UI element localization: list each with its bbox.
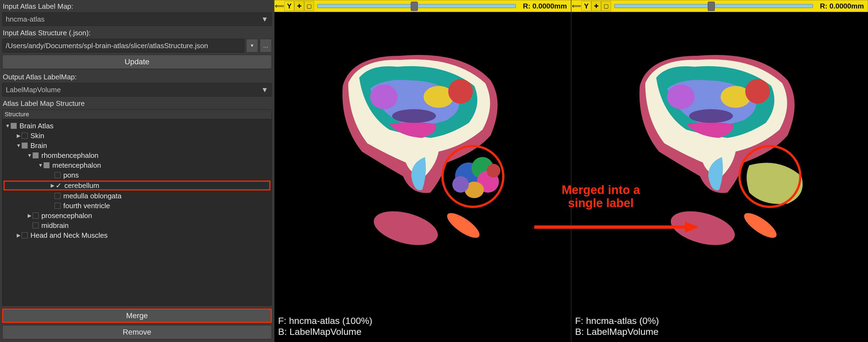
checkbox-icon[interactable] bbox=[55, 193, 61, 199]
checkbox-icon[interactable] bbox=[22, 142, 28, 148]
slice-toolbar-left: ⟸ Y ✚ ▢ R: 0.0000mm bbox=[274, 0, 571, 12]
output-atlas-labelmap-select[interactable]: LabelMapVolume ▼ bbox=[2, 83, 272, 97]
crosshair-icon[interactable]: ✚ bbox=[591, 1, 601, 11]
merge-button[interactable]: Merge bbox=[2, 309, 272, 323]
tree-node-rhombencephalon[interactable]: ▼rhombencephalon bbox=[4, 150, 271, 160]
remove-button[interactable]: Remove bbox=[2, 325, 272, 339]
slice-offset-slider[interactable] bbox=[317, 3, 516, 9]
input-atlas-labelmap-value: hncma-atlas bbox=[2, 15, 48, 24]
browse-button[interactable]: ... bbox=[260, 39, 272, 53]
tree-column-header: Structure bbox=[2, 110, 272, 119]
svg-marker-21 bbox=[685, 221, 699, 233]
tree-node-cerebellum[interactable]: ▶✓cerebellum bbox=[4, 180, 271, 191]
slice-overlay-right: F: hncma-atlas (0%) B: LabelMapVolume bbox=[575, 315, 659, 337]
slice-overlay-left: F: hncma-atlas (100%) B: LabelMapVolume bbox=[278, 315, 372, 337]
checkbox-icon[interactable] bbox=[33, 152, 39, 159]
expand-icon: ▼ bbox=[5, 123, 11, 129]
checkbox-icon[interactable] bbox=[33, 223, 39, 229]
label-tree-section: Atlas Label Map Structure bbox=[0, 97, 274, 109]
update-button[interactable]: Update bbox=[2, 55, 272, 69]
chevron-down-icon: ▼ bbox=[258, 86, 272, 94]
pin-icon[interactable]: ⟸ bbox=[275, 1, 284, 11]
svg-point-1 bbox=[392, 109, 436, 123]
tree-node-fourth-ventricle[interactable]: ▶fourth ventricle bbox=[4, 201, 271, 211]
label-input-atlas-map: Input Atlas Label Map: bbox=[0, 0, 274, 12]
slice-view-right: ⟸ Y ✚ ▢ R: 0.0000mm bbox=[571, 0, 868, 342]
history-dropdown-button[interactable]: ▼ bbox=[246, 39, 258, 53]
expand-icon: ▶ bbox=[50, 182, 56, 189]
slice-view-left: ⟸ Y ✚ ▢ R: 0.0000mm bbox=[274, 0, 571, 342]
output-atlas-labelmap-value: LabelMapVolume bbox=[2, 86, 64, 94]
slider-thumb[interactable] bbox=[411, 2, 418, 11]
tree-node-prosencephalon[interactable]: ▶prosencephalon bbox=[4, 211, 271, 220]
slice-offset-slider[interactable] bbox=[614, 3, 813, 9]
chevron-down-icon: ▼ bbox=[258, 15, 272, 24]
checkbox-icon[interactable] bbox=[43, 162, 50, 168]
expand-icon: ▶ bbox=[16, 232, 22, 238]
slice-toolbar-right: ⟸ Y ✚ ▢ R: 0.0000mm bbox=[571, 0, 868, 12]
svg-point-14 bbox=[689, 109, 733, 123]
tree-node-metencephalon[interactable]: ▼metencephalon bbox=[4, 160, 271, 170]
tree-node-midbrain[interactable]: ▶midbrain bbox=[4, 220, 271, 230]
brain-atlas-image-right bbox=[571, 12, 868, 342]
slider-thumb[interactable] bbox=[708, 2, 715, 11]
checkbox-icon[interactable] bbox=[55, 172, 61, 178]
tree-node-brain[interactable]: ▼Brain bbox=[4, 141, 271, 150]
expand-icon: ▼ bbox=[27, 153, 33, 159]
expand-icon: ▼ bbox=[16, 143, 22, 148]
annotation-circle-left bbox=[441, 145, 504, 208]
expand-icon: ▼ bbox=[37, 163, 43, 168]
input-atlas-structure-value: /Users/andy/Documents/spl-brain-atlas/sl… bbox=[2, 42, 211, 50]
checkbox-icon[interactable] bbox=[55, 203, 61, 209]
tree-node-medulla-oblongata[interactable]: ▶medulla oblongata bbox=[4, 191, 271, 201]
annotation-circle-right bbox=[738, 145, 801, 208]
input-atlas-structure-path[interactable]: /Users/andy/Documents/spl-brain-atlas/sl… bbox=[2, 39, 244, 53]
chevron-down-icon: ▼ bbox=[250, 43, 254, 48]
background-label: B: LabelMapVolume bbox=[575, 326, 659, 337]
structure-tree[interactable]: ▼Brain Atlas ▶Skin ▼Brain ▼rhombencephal… bbox=[2, 119, 272, 306]
pin-icon[interactable]: ⟸ bbox=[571, 1, 581, 11]
slice-offset-value: R: 0.0000mm bbox=[519, 2, 571, 10]
checkbox-icon[interactable] bbox=[33, 213, 39, 218]
expand-icon: ▶ bbox=[27, 213, 33, 218]
maximize-icon[interactable]: ▢ bbox=[304, 1, 314, 11]
checkbox-icon[interactable] bbox=[22, 232, 28, 238]
orientation-y-button[interactable]: Y bbox=[284, 1, 294, 11]
background-label: B: LabelMapVolume bbox=[278, 326, 372, 337]
annotation-text: Merged into a single label bbox=[562, 183, 640, 210]
svg-point-16 bbox=[745, 79, 770, 104]
orientation-y-button[interactable]: Y bbox=[581, 1, 591, 11]
tree-node-head-neck-muscles[interactable]: ▶Head and Neck Muscles bbox=[4, 230, 271, 240]
slice-offset-value: R: 0.0000mm bbox=[816, 2, 868, 10]
checkbox-icon[interactable] bbox=[11, 123, 17, 129]
brain-atlas-image-left bbox=[274, 12, 571, 342]
tree-node-pons[interactable]: ▶pons bbox=[4, 170, 271, 180]
check-icon: ✓ bbox=[56, 181, 62, 190]
annotation-arrow-icon bbox=[531, 216, 702, 238]
checkbox-icon[interactable] bbox=[22, 133, 28, 139]
foreground-label: F: hncma-atlas (0%) bbox=[575, 315, 659, 326]
expand-icon: ▶ bbox=[16, 133, 22, 139]
input-atlas-labelmap-select[interactable]: hncma-atlas ▼ bbox=[2, 12, 272, 26]
label-input-atlas-structure: Input Atlas Structure (.json): bbox=[0, 27, 274, 38]
atlas-panel: Input Atlas Label Map: hncma-atlas ▼ Inp… bbox=[0, 0, 274, 342]
svg-point-17 bbox=[667, 84, 694, 109]
crosshair-icon[interactable]: ✚ bbox=[294, 1, 304, 11]
tree-node-skin[interactable]: ▶Skin bbox=[4, 131, 271, 141]
label-output-atlas-map: Output Atlas LabelMap: bbox=[0, 71, 274, 82]
foreground-label: F: hncma-atlas (100%) bbox=[278, 315, 372, 326]
structure-tree-container: Structure ▼Brain Atlas ▶Skin ▼Brain ▼rho… bbox=[2, 109, 272, 306]
svg-point-4 bbox=[370, 84, 398, 109]
svg-point-3 bbox=[448, 79, 473, 104]
tree-node-brain-atlas[interactable]: ▼Brain Atlas bbox=[4, 121, 271, 131]
maximize-icon[interactable]: ▢ bbox=[601, 1, 611, 11]
